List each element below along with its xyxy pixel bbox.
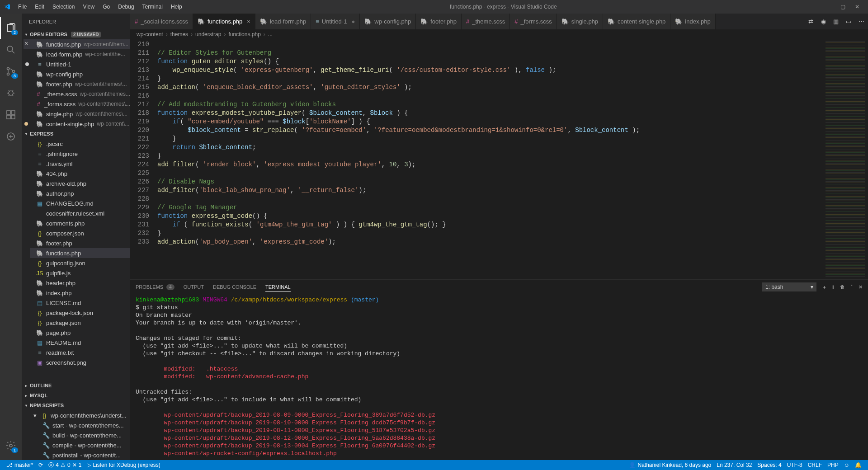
file-tree-item[interactable]: {}package-lock.json bbox=[30, 308, 130, 318]
close-icon[interactable]: × bbox=[24, 40, 28, 47]
open-editors-header[interactable]: ▾ OPEN EDITORS 2 UNSAVED bbox=[22, 29, 130, 39]
file-tree-item[interactable]: {}gulpconfig.json bbox=[30, 258, 130, 268]
search-icon[interactable] bbox=[0, 39, 22, 61]
file-tree-item[interactable]: ▤LICENSE.md bbox=[30, 298, 130, 308]
status-sync[interactable]: ⟳ bbox=[36, 462, 46, 468]
editor-tab[interactable]: 🐘wp-config.php bbox=[360, 14, 416, 29]
status-eol[interactable]: CRLF bbox=[805, 462, 825, 468]
tab-terminal[interactable]: TERMINAL bbox=[265, 282, 291, 292]
file-tree-item[interactable]: ≡readme.txt bbox=[30, 348, 130, 357]
file-tree-item[interactable]: 🐘footer.php bbox=[30, 238, 130, 248]
editor-tab[interactable]: #_theme.scss bbox=[462, 14, 510, 29]
close-icon[interactable]: ✕ bbox=[853, 4, 862, 10]
npm-script-item[interactable]: 🔧start - wp-content/themes... bbox=[28, 420, 130, 430]
split-terminal-icon[interactable]: ⫴ bbox=[832, 284, 835, 290]
file-tree-item[interactable]: 🐘author.php bbox=[30, 188, 130, 198]
file-tree-item[interactable]: {}composer.json bbox=[30, 228, 130, 238]
tab-output[interactable]: OUTPUT bbox=[184, 282, 204, 291]
status-blame[interactable]: 👤 Nathaniel Kinkead, 6 days ago bbox=[626, 462, 714, 468]
file-tree-item[interactable]: {}package.json bbox=[30, 318, 130, 328]
open-editor-item[interactable]: 🐘lead-form.phpwp-content\the... bbox=[24, 49, 130, 59]
docker-icon[interactable] bbox=[0, 126, 22, 147]
npm-package-item[interactable]: ▾{}wp-content\themes\underst... bbox=[28, 410, 130, 420]
npm-script-item[interactable]: 🔧postinstall - wp-content/t... bbox=[28, 450, 130, 460]
open-editor-item[interactable]: ≡Untitled-1 bbox=[24, 59, 130, 69]
editor-tab[interactable]: 🐘content-single.php bbox=[603, 14, 670, 29]
open-editor-item[interactable]: 🐘wp-config.php bbox=[24, 69, 130, 79]
minimize-icon[interactable]: ─ bbox=[824, 4, 833, 10]
file-tree-item[interactable]: 🐘archive-old.php bbox=[30, 179, 130, 188]
editor-tab[interactable]: 🐘single.php bbox=[557, 14, 603, 29]
editor-tab[interactable]: #_forms.scss bbox=[510, 14, 557, 29]
status-lang[interactable]: PHP bbox=[825, 462, 841, 468]
mysql-header[interactable]: ▸ MYSQL bbox=[22, 390, 130, 400]
extensions-icon[interactable] bbox=[0, 104, 22, 126]
editor-tab[interactable]: ≡Untitled-1● bbox=[311, 14, 360, 29]
status-xdebug[interactable]: ▷ Listen for XDebug (express) bbox=[84, 462, 163, 468]
close-tab-icon[interactable]: × bbox=[247, 18, 250, 25]
kill-terminal-icon[interactable]: 🗑 bbox=[840, 284, 845, 290]
file-tree-item[interactable]: ▣screenshot.png bbox=[30, 357, 130, 367]
breadcrumb-item[interactable]: themes bbox=[170, 31, 188, 38]
file-tree-item[interactable]: codesniffer.ruleset.xml bbox=[30, 208, 130, 218]
status-feedback-icon[interactable]: ☺ bbox=[841, 462, 852, 468]
debug-icon[interactable] bbox=[0, 82, 22, 104]
editor-tab[interactable]: 🐘index.php bbox=[670, 14, 716, 29]
npm-header[interactable]: ▾ NPM SCRIPTS bbox=[22, 400, 130, 410]
file-tree-item[interactable]: ▤CHANGELOG.md bbox=[30, 198, 130, 208]
code-content[interactable]: // Editor Styles for Gutenbergfunction g… bbox=[157, 39, 823, 279]
breadcrumb-item[interactable]: ... bbox=[268, 31, 273, 38]
menu-selection[interactable]: Selection bbox=[49, 2, 78, 12]
maximize-panel-icon[interactable]: ˄ bbox=[850, 284, 853, 290]
status-encoding[interactable]: UTF-8 bbox=[784, 462, 805, 468]
open-editor-item[interactable]: ×🐘functions.phpwp-content\them... bbox=[24, 39, 130, 49]
open-editor-item[interactable]: #_theme.scsswp-content\themes... bbox=[24, 89, 130, 99]
toggle-sidebar-icon[interactable]: ▭ bbox=[844, 18, 853, 25]
file-tree-item[interactable]: 🐘comments.php bbox=[30, 218, 130, 228]
open-editor-item[interactable]: 🐘single.phpwp-content\themes\... bbox=[24, 109, 130, 119]
explorer-icon[interactable]: 2 bbox=[0, 17, 22, 39]
editor-tab[interactable]: 🐘lead-form.php bbox=[255, 14, 311, 29]
npm-script-item[interactable]: 🔧build - wp-content/theme... bbox=[28, 430, 130, 440]
menu-go[interactable]: Go bbox=[99, 2, 113, 12]
workspace-header[interactable]: ▾ EXPRESS bbox=[22, 129, 130, 139]
split-editor-icon[interactable]: ▥ bbox=[832, 18, 840, 25]
open-editor-item[interactable]: #_forms.scsswp-content\themes\... bbox=[24, 99, 130, 109]
more-icon[interactable]: ⋯ bbox=[857, 18, 865, 25]
scm-icon[interactable]: 8 bbox=[0, 61, 22, 82]
editor-tab[interactable]: #_social-icons.scss bbox=[130, 14, 193, 29]
maximize-icon[interactable]: ▢ bbox=[838, 4, 847, 10]
menu-terminal[interactable]: Terminal bbox=[139, 2, 166, 12]
status-branch[interactable]: ⎇ master* bbox=[4, 462, 36, 468]
menu-help[interactable]: Help bbox=[167, 2, 186, 12]
new-terminal-icon[interactable]: ＋ bbox=[822, 284, 827, 291]
compare-icon[interactable]: ⇄ bbox=[807, 18, 815, 25]
minimap[interactable] bbox=[823, 39, 868, 279]
file-tree-item[interactable]: 🐘page.php bbox=[30, 328, 130, 338]
status-bell-icon[interactable]: 🔔 bbox=[852, 462, 864, 468]
file-tree-item[interactable]: 🐘404.php bbox=[30, 169, 130, 179]
tab-problems[interactable]: PROBLEMS 4 bbox=[136, 282, 175, 291]
file-tree-item[interactable]: ≡.jshintignore bbox=[30, 149, 130, 159]
breadcrumb-item[interactable]: functions.php bbox=[228, 31, 260, 38]
file-tree-item[interactable]: JSgulpfile.js bbox=[30, 268, 130, 278]
status-spaces[interactable]: Spaces: 4 bbox=[755, 462, 784, 468]
editor-tab[interactable]: 🐘functions.php× bbox=[193, 14, 255, 29]
npm-script-item[interactable]: 🔧compile - wp-content/the... bbox=[28, 440, 130, 450]
file-tree-item[interactable]: ▤README.md bbox=[30, 338, 130, 348]
editor-tab[interactable]: 🐘footer.php bbox=[416, 14, 462, 29]
breadcrumb-item[interactable]: wp-content bbox=[137, 31, 163, 38]
tab-debug-console[interactable]: DEBUG CONSOLE bbox=[213, 282, 256, 291]
menu-debug[interactable]: Debug bbox=[114, 2, 137, 12]
outline-header[interactable]: ▸ OUTLINE bbox=[22, 381, 130, 390]
file-tree-item[interactable]: {}.jscsrc bbox=[30, 139, 130, 149]
breadcrumbs[interactable]: wp-content›themes›understrap›functions.p… bbox=[130, 29, 868, 39]
file-tree-item[interactable]: 🐘header.php bbox=[30, 278, 130, 288]
code-editor[interactable]: 2102112122132142152162172182192202212222… bbox=[130, 39, 868, 279]
menu-edit[interactable]: Edit bbox=[31, 2, 48, 12]
menu-file[interactable]: File bbox=[14, 2, 30, 12]
file-tree-item[interactable]: ≡.travis.yml bbox=[30, 159, 130, 169]
open-editor-item[interactable]: 🐘footer.phpwp-content\themes\... bbox=[24, 79, 130, 89]
breadcrumb-item[interactable]: understrap bbox=[195, 31, 221, 38]
status-errors[interactable]: ⓧ4 ⚠0 ✕1 bbox=[46, 461, 84, 469]
